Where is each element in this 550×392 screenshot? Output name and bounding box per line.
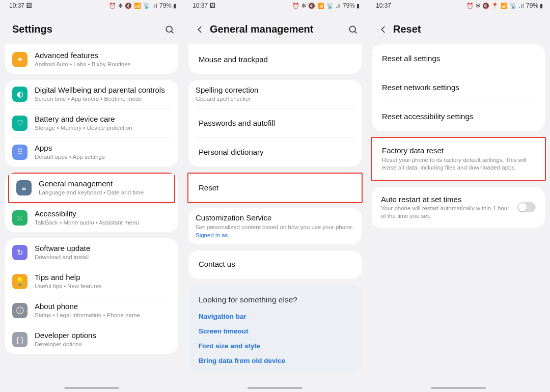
row-subtitle: Status • Legal information • Phone name <box>35 312 171 319</box>
status-bar: 10:37 🖼 ⏰ ✻ 🔇 📶 📡 .ıl 79%▮ <box>0 0 183 11</box>
row-subtitle: Storage • Memory • Device protection <box>35 124 171 132</box>
row-title: About phone <box>35 302 171 312</box>
row-title: Tips and help <box>35 273 171 283</box>
page-title: Reset <box>393 23 544 35</box>
row-subtitle: Useful tips • New features <box>35 283 171 290</box>
back-icon[interactable] <box>379 25 393 34</box>
page-title: Settings <box>12 23 162 35</box>
svg-point-0 <box>166 26 172 32</box>
nav-pill[interactable] <box>64 387 119 389</box>
suggested-link[interactable]: Bring data from old device <box>199 357 351 365</box>
row-subtitle: Download and install <box>35 254 171 261</box>
row-title: Spelling correction <box>196 86 354 95</box>
row-title: Accessibility <box>35 209 171 219</box>
row-title: Personal dictionary <box>199 148 351 157</box>
developer-icon: { } <box>12 332 28 347</box>
row-link[interactable]: Signed in as <box>196 232 354 239</box>
settings-row-about[interactable]: ⓘAbout phoneStatus • Legal information •… <box>5 296 178 325</box>
row-title: Apps <box>35 144 171 153</box>
row-title: Auto restart at set times <box>381 195 512 205</box>
factory-data-reset-row[interactable]: Factory data reset Reset your phone to i… <box>371 137 546 181</box>
status-bar: 10:37 ⏰ ✻ 🔇 📍 📶 📡 .ıl 79%▮ <box>367 0 550 11</box>
looking-for-card: Looking for something else? Navigation b… <box>188 285 362 374</box>
row-title: Reset network settings <box>382 83 535 93</box>
suggested-link[interactable]: Screen timeout <box>199 327 351 335</box>
row-subtitle: Gboard spell checker <box>196 95 354 103</box>
wellbeing-icon: ◐ <box>12 87 28 102</box>
row-subtitle: Get personalized content based on how yo… <box>196 223 354 231</box>
list-item[interactable]: Passwords and autofill <box>188 109 362 137</box>
list-item[interactable]: Mouse and trackpad <box>188 45 362 74</box>
settings-row-tips[interactable]: 💡Tips and helpUseful tips • New features <box>5 267 178 296</box>
status-indicators: ⏰ ✻ 🔇 📶 📡 .ıl 79%▮ <box>292 2 360 9</box>
header: Settings <box>0 11 183 44</box>
row-title: Software update <box>35 244 171 254</box>
row-title: Battery and device care <box>35 115 171 124</box>
row-subtitle: Android Auto • Labs • Bixby Routines <box>35 61 171 68</box>
settings-row-battery[interactable]: ♡Battery and device careStorage • Memory… <box>5 109 178 137</box>
infocard-heading: Looking for something else? <box>199 295 351 304</box>
general-icon: ≡ <box>16 180 32 195</box>
settings-row-general[interactable]: ≡General managementLanguage and keyboard… <box>9 174 174 202</box>
reset-option-row[interactable]: Reset network settings <box>372 73 545 102</box>
row-title: Factory data reset <box>382 146 535 156</box>
auto-restart-row[interactable]: Auto restart at set times Your phone wil… <box>372 187 545 229</box>
battery-icon: ♡ <box>12 116 28 131</box>
back-icon[interactable] <box>196 25 210 34</box>
suggested-link[interactable]: Navigation bar <box>199 313 351 320</box>
header: General management <box>183 11 367 44</box>
update-icon: ↻ <box>12 245 28 260</box>
row-title: Digital Wellbeing and parental controls <box>35 86 171 95</box>
reset-row[interactable]: Reset <box>188 174 362 202</box>
row-title: Reset accessibility settings <box>382 112 535 122</box>
settings-row-advanced[interactable]: ✦Advanced featuresAndroid Auto • Labs • … <box>5 45 178 74</box>
list-item[interactable]: Contact us <box>188 250 362 279</box>
customization-service-row[interactable]: Customization ServiceGet personalized co… <box>188 208 362 244</box>
tips-icon: 💡 <box>12 274 28 289</box>
status-indicators: ⏰ ✻ 🔇 📶 📡 .ıl 79%▮ <box>109 2 176 9</box>
header: Reset <box>367 11 550 44</box>
suggested-link[interactable]: Font size and style <box>199 342 351 350</box>
row-title: Contact us <box>199 260 351 269</box>
svg-line-3 <box>355 31 357 33</box>
row-subtitle: Your phone will restart automatically wi… <box>381 205 512 220</box>
status-time: 10:37 <box>376 2 391 9</box>
settings-row-wellbeing[interactable]: ◐Digital Wellbeing and parental controls… <box>5 80 178 108</box>
advanced-icon: ✦ <box>12 52 28 67</box>
settings-row-update[interactable]: ↻Software updateDownload and install <box>5 238 178 267</box>
row-subtitle: TalkBack • Mono audio • Assistant menu <box>35 219 171 227</box>
status-time: 10:37 🖼 <box>193 2 215 9</box>
row-title: Reset <box>199 183 351 193</box>
page-title: General management <box>210 23 345 35</box>
row-subtitle: Reset your phone to its factory default … <box>382 156 535 172</box>
reset-option-row[interactable]: Reset all settings <box>372 44 545 73</box>
row-subtitle: Default apps • App settings <box>35 153 171 161</box>
status-indicators: ⏰ ✻ 🔇 📍 📶 📡 .ıl 79%▮ <box>466 2 543 9</box>
reset-option-row[interactable]: Reset accessibility settings <box>372 102 545 131</box>
auto-restart-toggle[interactable] <box>517 202 536 212</box>
nav-pill[interactable] <box>248 387 302 389</box>
row-title: General management <box>39 179 167 189</box>
accessibility-icon: ⛌ <box>12 210 28 226</box>
status-time: 10:37 🖼 <box>9 2 32 9</box>
search-icon[interactable] <box>345 24 361 35</box>
settings-row-accessibility[interactable]: ⛌AccessibilityTalkBack • Mono audio • As… <box>5 204 178 232</box>
svg-point-2 <box>349 26 355 32</box>
row-subtitle: Developer options <box>35 341 171 348</box>
search-icon[interactable] <box>162 24 177 35</box>
row-subtitle: Screen time • App timers • Bedtime mode <box>35 95 171 103</box>
row-title: Reset all settings <box>382 54 535 64</box>
status-bar: 10:37 🖼 ⏰ ✻ 🔇 📶 📡 .ıl 79%▮ <box>183 0 367 11</box>
svg-line-1 <box>172 31 174 33</box>
settings-row-developer[interactable]: { }Developer optionsDeveloper options <box>5 325 178 354</box>
list-item[interactable]: Personal dictionary <box>188 138 362 166</box>
row-title: Passwords and autofill <box>199 119 351 128</box>
settings-row-apps[interactable]: ⠿AppsDefault apps • App settings <box>5 138 178 166</box>
row-title: Mouse and trackpad <box>199 55 351 65</box>
row-title: Advanced features <box>35 51 171 61</box>
apps-icon: ⠿ <box>12 145 28 160</box>
row-title: Developer options <box>35 331 171 341</box>
about-icon: ⓘ <box>12 303 28 318</box>
nav-pill[interactable] <box>431 387 486 389</box>
list-item[interactable]: Spelling correctionGboard spell checker <box>188 80 362 108</box>
